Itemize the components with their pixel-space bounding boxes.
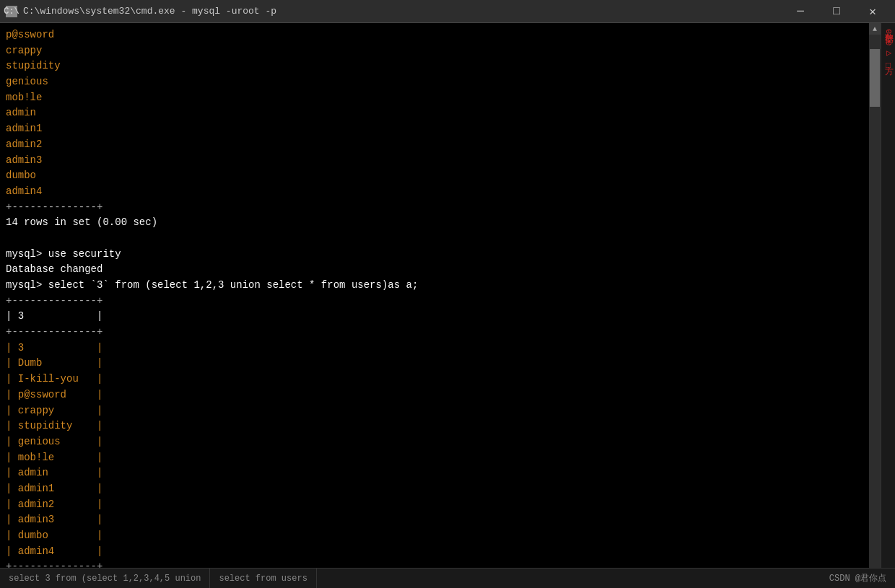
bottom-bar-item-1[interactable]: select 3 from (select 1,2,3,4,5 union [0, 569, 210, 588]
minimize-button[interactable]: ─ [784, 0, 817, 23]
data-row-11: | admin3 | [6, 512, 863, 528]
data-row-12: | dumbo | [6, 528, 863, 544]
main-container: p@ssword crappy stupidity genious mob!le… [0, 23, 895, 588]
data-row-0: | 3 | [6, 341, 863, 356]
data-row-8: | admin | [6, 465, 863, 481]
data-row-1: | Dumb | [6, 356, 863, 372]
data-row-6: | genious | [6, 434, 863, 450]
bottom-bar: select 3 from (select 1,2,3,4,5 union se… [0, 568, 895, 588]
maximize-button[interactable]: □ [820, 0, 853, 23]
right-panel: 数 据 e ie ▷ 方 □ [881, 23, 895, 588]
list-item: genious [6, 74, 863, 90]
bottom-bar-item-2[interactable]: select from users [210, 569, 316, 588]
brand-label: CSDN @君你点 [821, 572, 895, 584]
list-item: admin [6, 105, 863, 121]
list-item: p@ssword [6, 27, 863, 43]
list-item: mob!le [6, 90, 863, 106]
list-item: dumbo [6, 168, 863, 184]
right-panel-item-7[interactable]: □ [883, 61, 894, 71]
right-panel-item-4[interactable]: ie [883, 35, 894, 45]
use-command-line: mysql> use security [6, 247, 863, 263]
titlebar-left: C:\ C:\windows\system32\cmd.exe - mysql … [6, 6, 276, 17]
list-item: admin4 [6, 184, 863, 200]
titlebar-title: C:\windows\system32\cmd.exe - mysql -uro… [23, 6, 276, 17]
close-button[interactable]: ✕ [856, 0, 889, 23]
data-row-3: | p@ssword | [6, 387, 863, 403]
data-row-7: | mob!le | [6, 450, 863, 466]
table-sep-3: +--------------+ [6, 325, 863, 341]
blank-1 [6, 231, 863, 247]
data-row-5: | stupidity | [6, 418, 863, 434]
terminal-window[interactable]: p@ssword crappy stupidity genious mob!le… [0, 23, 869, 588]
db-changed-line: Database changed [6, 262, 863, 278]
cmd-icon: C:\ [6, 6, 17, 17]
list-item: admin2 [6, 137, 863, 153]
scrollbar[interactable]: ▲ [869, 23, 881, 588]
data-row-10: | admin2 | [6, 497, 863, 513]
right-panel-item-5[interactable]: ▷ [883, 48, 894, 58]
select-command-line: mysql> select `3` from (select 1,2,3 uni… [6, 278, 863, 294]
data-row-13: | admin4 | [6, 544, 863, 560]
list-item: admin3 [6, 153, 863, 169]
titlebar-controls[interactable]: ─ □ ✕ [784, 0, 889, 23]
table-separator: +--------------+ [6, 200, 863, 216]
list-item: stupidity [6, 58, 863, 74]
scroll-up-arrow[interactable]: ▲ [869, 23, 881, 35]
list-item: crappy [6, 43, 863, 59]
scrollbar-thumb[interactable] [870, 49, 880, 107]
data-row-4: | crappy | [6, 403, 863, 419]
rows-count-1: 14 rows in set (0.00 sec) [6, 215, 863, 231]
col-header-line: | 3 | [6, 309, 863, 325]
data-row-2: | I-kill-you | [6, 372, 863, 387]
table-sep-2: +--------------+ [6, 294, 863, 310]
list-item: admin1 [6, 121, 863, 137]
titlebar: C:\ C:\windows\system32\cmd.exe - mysql … [0, 0, 895, 23]
data-row-9: | admin1 | [6, 481, 863, 497]
right-panel-item-3[interactable]: e [883, 29, 894, 34]
